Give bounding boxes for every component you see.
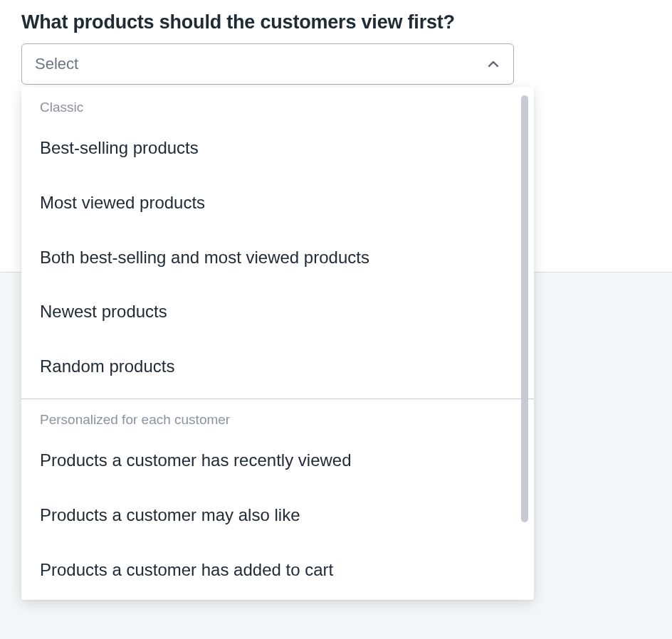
dropdown-group-header: Classic	[21, 87, 534, 121]
product-sort-dropdown: Classic Best-selling products Most viewe…	[21, 87, 534, 600]
dropdown-scrollbar-thumb[interactable]	[521, 95, 528, 522]
dropdown-option-added-to-cart[interactable]: Products a customer has added to cart	[21, 543, 534, 598]
chevron-up-icon	[488, 58, 499, 70]
dropdown-option-newest[interactable]: Newest products	[21, 285, 534, 339]
dropdown-scrollbar[interactable]	[521, 95, 528, 529]
dropdown-option-recently-viewed[interactable]: Products a customer has recently viewed	[21, 433, 534, 488]
dropdown-option-both[interactable]: Both best-selling and most viewed produc…	[21, 231, 534, 285]
dropdown-option-most-viewed[interactable]: Most viewed products	[21, 176, 534, 231]
dropdown-option-may-also-like[interactable]: Products a customer may also like	[21, 488, 534, 543]
select-placeholder: Select	[35, 55, 78, 73]
dropdown-option-best-selling[interactable]: Best-selling products	[21, 121, 534, 176]
product-sort-select[interactable]: Select	[21, 43, 514, 85]
dropdown-option-random[interactable]: Random products	[21, 339, 534, 394]
dropdown-group-header: Personalized for each customer	[21, 399, 534, 433]
question-label: What products should the customers view …	[21, 11, 515, 33]
